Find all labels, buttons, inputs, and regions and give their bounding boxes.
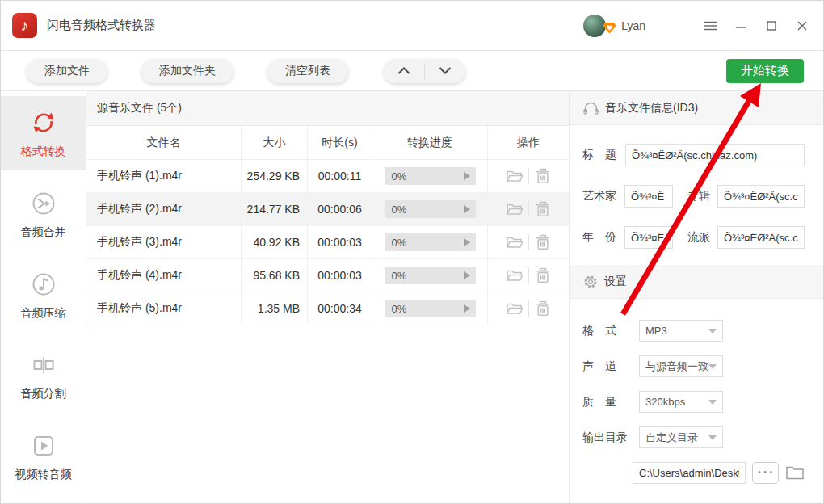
sidebar-item-label: 音频分割: [21, 387, 66, 401]
reorder-control: [384, 59, 465, 83]
dropdown-arrow-icon: [708, 364, 717, 369]
table-row[interactable]: 手机铃声 (5).m4r 1.35 MB 00:00:34 0%: [86, 292, 569, 326]
open-folder-icon[interactable]: [501, 268, 528, 283]
file-list-section-title: 源音乐文件 (5个): [86, 91, 569, 126]
file-duration: 00:00:03: [308, 226, 372, 258]
progress-value: 0%: [392, 170, 464, 183]
open-folder-icon[interactable]: [501, 169, 528, 183]
column-header-filename: 文件名: [86, 126, 242, 159]
app-logo-icon: ♪: [12, 13, 37, 38]
add-folder-button[interactable]: 添加文件夹: [141, 59, 233, 83]
artist-field-label: 艺术家: [582, 189, 616, 204]
id3-section-header: 音乐文件信息(ID3): [570, 91, 823, 125]
file-duration: 00:00:03: [308, 259, 372, 292]
file-name: 手机铃声 (2).m4r: [86, 193, 242, 225]
maximize-icon[interactable]: [765, 19, 778, 32]
open-folder-icon[interactable]: [501, 235, 528, 250]
artist-field[interactable]: [624, 185, 673, 208]
delete-icon[interactable]: [529, 201, 557, 217]
table-row[interactable]: 手机铃声 (4).m4r 95.68 KB 00:00:03 0%: [86, 259, 569, 292]
column-header-duration: 时长(s): [308, 126, 372, 159]
settings-section-title: 设置: [604, 275, 627, 289]
open-folder-icon[interactable]: [501, 301, 528, 316]
delete-icon[interactable]: [529, 168, 557, 184]
channel-label: 声 道: [582, 359, 639, 374]
file-name: 手机铃声 (1).m4r: [86, 160, 242, 192]
title-bar: ♪ 闪电音频格式转换器 Lyan: [1, 1, 823, 51]
file-name: 手机铃声 (4).m4r: [86, 259, 242, 292]
settings-section-header: 设置: [570, 265, 823, 299]
sidebar-item-label: 音频压缩: [21, 306, 66, 321]
year-field[interactable]: [624, 226, 673, 249]
sidebar-item-video-to-audio[interactable]: 视频转音频: [1, 419, 86, 494]
split-icon: [29, 351, 58, 380]
close-icon[interactable]: [796, 19, 809, 32]
delete-icon[interactable]: [529, 267, 557, 284]
open-folder-icon[interactable]: [501, 202, 528, 216]
progress-value: 0%: [392, 303, 464, 315]
output-path-field[interactable]: [633, 462, 746, 484]
file-duration: 00:00:34: [308, 292, 372, 325]
file-duration: 00:00:11: [308, 160, 372, 192]
output-folder-icon[interactable]: [785, 465, 805, 481]
dropdown-arrow-icon: [708, 329, 717, 334]
title-field[interactable]: [625, 144, 805, 166]
output-dir-label: 输出目录: [582, 430, 639, 445]
chevron-down-icon: [439, 67, 452, 74]
album-field[interactable]: [717, 185, 805, 208]
delete-icon[interactable]: [529, 234, 557, 250]
start-convert-button[interactable]: 开始转换: [726, 59, 804, 83]
file-size: 95.68 KB: [242, 259, 308, 292]
video-play-icon: [29, 431, 58, 460]
play-icon[interactable]: [464, 238, 470, 246]
file-name: 手机铃声 (3).m4r: [86, 226, 242, 258]
sidebar-item-audio-merge[interactable]: 音频合并: [1, 177, 86, 251]
delete-icon[interactable]: [529, 300, 557, 317]
output-dir-select[interactable]: 自定义目录: [639, 426, 723, 448]
sidebar-item-format-convert[interactable]: 格式转换: [1, 96, 86, 170]
add-file-button[interactable]: 添加文件: [27, 59, 107, 83]
browse-button[interactable]: ● ● ●: [752, 462, 779, 484]
channel-select[interactable]: 与源音频一致: [639, 355, 723, 377]
table-row[interactable]: 手机铃声 (3).m4r 40.92 KB 00:00:03 0%: [86, 226, 569, 259]
column-header-ops: 操作: [488, 126, 569, 159]
quality-select[interactable]: 320kbps: [639, 391, 723, 413]
table-row[interactable]: 手机铃声 (2).m4r 214.77 KB 00:00:06 0%: [86, 193, 569, 226]
genre-field[interactable]: [717, 226, 805, 249]
format-value: MP3: [645, 325, 708, 337]
clear-list-button[interactable]: 清空列表: [267, 59, 348, 83]
channel-value: 与源音频一致: [645, 359, 708, 374]
move-up-button[interactable]: [384, 59, 424, 83]
toolbar: 添加文件 添加文件夹 清空列表 开始转换: [1, 51, 823, 91]
format-label: 格 式: [582, 324, 639, 338]
play-icon[interactable]: [464, 172, 470, 180]
headphones-icon: [583, 101, 599, 115]
move-down-button[interactable]: [425, 59, 465, 83]
minimize-icon[interactable]: [734, 19, 747, 32]
play-icon[interactable]: [464, 205, 470, 213]
genre-field-label: 流派: [687, 230, 710, 245]
id3-section-title: 音乐文件信息(ID3): [605, 101, 698, 116]
table-row[interactable]: 手机铃声 (1).m4r 254.29 KB 00:00:11 0%: [86, 160, 569, 193]
play-icon[interactable]: [464, 304, 470, 313]
output-dir-value: 自定义目录: [645, 430, 708, 445]
file-list-panel: 源音乐文件 (5个) 文件名 大小 时长(s) 转换进度 操作 手机铃声 (1)…: [86, 91, 569, 504]
menu-icon[interactable]: [704, 19, 717, 32]
progress-value: 0%: [392, 204, 464, 216]
chevron-up-icon: [397, 67, 410, 74]
play-icon[interactable]: [464, 271, 470, 279]
sidebar-item-audio-compress[interactable]: 音频压缩: [1, 258, 86, 332]
progress-value: 0%: [392, 270, 464, 282]
sidebar-item-label: 格式转换: [21, 145, 66, 159]
vip-badge-icon: [603, 21, 616, 35]
sidebar-item-audio-split[interactable]: 音频分割: [1, 338, 86, 413]
format-select[interactable]: MP3: [639, 320, 723, 342]
file-duration: 00:00:06: [308, 193, 372, 225]
sidebar-item-label: 视频转音频: [15, 468, 72, 482]
sidebar-item-label: 音频合并: [21, 225, 66, 240]
app-window: ♪ 闪电音频格式转换器 Lyan 添加文件 添加文件夹 清空列表: [0, 0, 824, 504]
column-header-progress: 转换进度: [372, 126, 488, 159]
sidebar: 格式转换 音频合并 音频压缩: [1, 91, 86, 504]
progress-bar: 0%: [385, 233, 476, 251]
progress-bar: 0%: [385, 200, 476, 218]
